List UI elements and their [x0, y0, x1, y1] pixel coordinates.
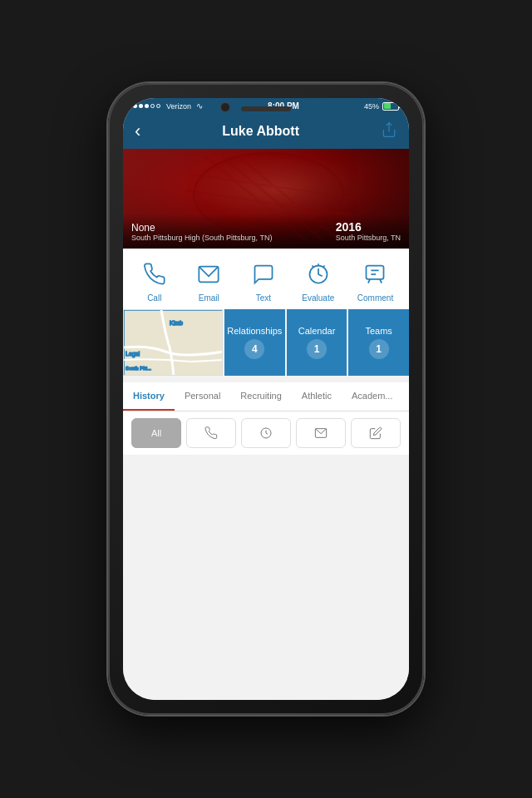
text-icon: [248, 259, 279, 290]
player-year: 2016: [336, 220, 401, 234]
calendar-label: Calendar: [298, 326, 336, 336]
player-tag: None: [131, 222, 272, 234]
filter-all[interactable]: All: [131, 418, 181, 448]
tab-academic[interactable]: Academ...: [342, 382, 403, 411]
comment-action[interactable]: Comment: [357, 259, 393, 303]
signal-dots: [133, 104, 160, 108]
profile-info-right: 2016 South Pittsburg, TN: [336, 220, 401, 242]
filter-mail[interactable]: [296, 418, 346, 448]
svg-line-10: [323, 266, 325, 268]
player-location: South Pittsburg, TN: [336, 234, 401, 242]
battery-fill: [384, 103, 391, 109]
back-button[interactable]: ‹: [135, 121, 140, 142]
battery-bar: [382, 102, 399, 111]
comment-label: Comment: [357, 293, 393, 303]
relationships-card[interactable]: Relationships 4: [224, 309, 285, 376]
status-time: 8:00 PM: [268, 101, 299, 111]
evaluate-action[interactable]: Evaluate: [302, 259, 334, 303]
carrier-label: Verizon: [166, 102, 191, 111]
teams-count: 1: [369, 339, 389, 359]
signal-dot-2: [139, 104, 143, 108]
player-school: South Pittsburg High (South Pittsburg, T…: [131, 234, 272, 242]
tab-recruiting[interactable]: Recruiting: [230, 382, 292, 411]
calendar-count: 1: [307, 339, 327, 359]
filter-edit[interactable]: [351, 418, 401, 448]
svg-text:South Pitt...: South Pitt...: [126, 366, 151, 371]
nav-header: ‹ Luke Abbott: [123, 114, 409, 149]
text-action[interactable]: Text: [248, 259, 279, 303]
map-svg: Kimb Legal South Pitt...: [124, 310, 223, 376]
signal-dot-5: [156, 104, 160, 108]
svg-rect-12: [367, 266, 384, 279]
svg-text:Legal: Legal: [126, 351, 140, 357]
signal-dot-1: [133, 104, 137, 108]
map-card[interactable]: Kimb Legal South Pitt...: [123, 309, 223, 376]
svg-line-11: [312, 266, 313, 268]
filter-clock[interactable]: [241, 418, 291, 448]
content-area: [123, 455, 409, 700]
status-left: Verizon ∿: [133, 101, 203, 111]
email-label: Email: [199, 293, 219, 303]
phone-icon: [139, 259, 170, 290]
phone-screen: Verizon ∿ 8:00 PM 45% ‹ Luke Abbott: [123, 98, 409, 700]
tab-bar: History Personal Recruiting Athletic Aca…: [123, 382, 409, 411]
tab-history[interactable]: History: [123, 382, 175, 411]
status-right: 45%: [364, 102, 399, 111]
profile-info-left: None South Pittsburg High (South Pittsbu…: [131, 222, 272, 242]
call-label: Call: [147, 293, 161, 303]
signal-dot-4: [150, 104, 155, 108]
svg-text:Kimb: Kimb: [170, 320, 183, 326]
cards-row: Kimb Legal South Pitt... Relationships 4…: [123, 309, 409, 382]
evaluate-icon: [303, 259, 334, 290]
share-button[interactable]: [381, 121, 397, 142]
status-bar: Verizon ∿ 8:00 PM 45%: [123, 98, 409, 114]
relationships-count: 4: [244, 339, 264, 359]
filter-phone[interactable]: [186, 418, 236, 448]
app-screen: Verizon ∿ 8:00 PM 45% ‹ Luke Abbott: [123, 98, 409, 700]
calendar-card[interactable]: Calendar 1: [287, 309, 347, 376]
text-label: Text: [256, 293, 271, 303]
map-background: Kimb Legal South Pitt...: [124, 310, 222, 375]
comment-icon: [359, 259, 391, 290]
tab-athletic[interactable]: Athletic: [292, 382, 342, 411]
profile-image: None South Pittsburg High (South Pittsbu…: [123, 149, 409, 249]
page-title: Luke Abbott: [222, 124, 299, 139]
teams-card[interactable]: Teams 1: [348, 309, 409, 376]
battery-percent: 45%: [364, 102, 379, 111]
filter-row: All: [123, 411, 409, 455]
email-icon: [193, 259, 224, 290]
call-action[interactable]: Call: [139, 259, 170, 303]
tab-personal[interactable]: Personal: [175, 382, 230, 411]
email-action[interactable]: Email: [193, 259, 224, 303]
action-buttons: Call Email: [123, 249, 409, 309]
profile-info-overlay: None South Pittsburg High (South Pittsbu…: [123, 214, 409, 249]
teams-label: Teams: [365, 326, 392, 336]
relationships-label: Relationships: [227, 326, 282, 336]
evaluate-label: Evaluate: [302, 293, 334, 303]
wifi-icon: ∿: [196, 101, 203, 111]
phone-frame: Verizon ∿ 8:00 PM 45% ‹ Luke Abbott: [108, 83, 424, 715]
signal-dot-3: [145, 104, 149, 108]
